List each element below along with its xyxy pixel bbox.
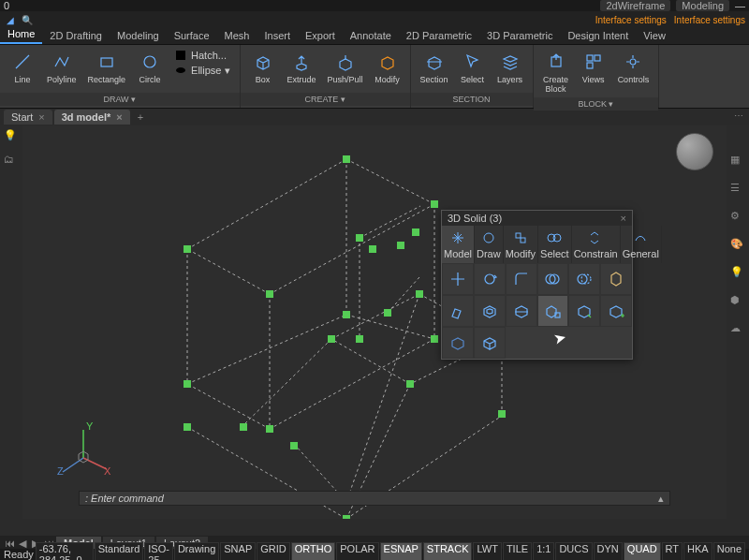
panel-draw-label[interactable]: DRAW ▾ — [0, 93, 240, 106]
status-scale[interactable]: 1:1 — [533, 542, 554, 560]
tool-select[interactable]: Select — [456, 49, 490, 86]
tool-box[interactable]: Box — [246, 49, 280, 86]
layers-icon[interactable]: ☰ — [730, 182, 745, 197]
tool-section[interactable]: Section — [417, 49, 452, 86]
status-lwt[interactable]: LWT — [473, 542, 501, 560]
close-icon[interactable]: × — [116, 111, 122, 123]
status-rt[interactable]: RT — [662, 542, 683, 560]
app-menu-icon[interactable]: ◢ — [4, 13, 17, 26]
quad-tool-convert[interactable] — [442, 327, 474, 359]
tab-home[interactable]: Home — [0, 25, 42, 44]
status-tile[interactable]: TILE — [503, 542, 532, 560]
grid-icon[interactable]: ▦ — [730, 154, 745, 169]
tab-2d-drafting[interactable]: 2D Drafting — [42, 27, 110, 44]
status-polar[interactable]: POLAR — [336, 542, 378, 560]
render-icon[interactable]: ⬢ — [730, 294, 745, 309]
tab-2d-parametric[interactable]: 2D Parametric — [399, 27, 479, 44]
close-icon[interactable]: × — [38, 111, 44, 123]
status-iso[interactable]: ISO-25 — [144, 542, 173, 560]
interface-settings-small[interactable]: Interface settings — [595, 15, 667, 25]
window-minimize-icon[interactable]: — — [735, 0, 745, 11]
status-quad[interactable]: QUAD — [624, 542, 661, 560]
svg-rect-43 — [343, 311, 350, 318]
quad-tool-rotate[interactable] — [474, 263, 506, 295]
tab-mesh[interactable]: Mesh — [217, 27, 257, 44]
cloud-icon[interactable]: ☁ — [730, 322, 745, 337]
tab-3d-parametric[interactable]: 3D Parametric — [479, 27, 560, 44]
new-doc-button[interactable]: + — [132, 110, 149, 125]
viewport[interactable]: Y X Z 3D Solid (3)× Model Draw Modify Se… — [22, 125, 727, 519]
tool-extrude[interactable]: Extrude — [284, 49, 320, 86]
panel-block: Create Block Views Controls BLOCK ▾ — [534, 45, 660, 108]
quad-tool-add[interactable] — [600, 295, 632, 327]
tool-rectangle[interactable]: Rectangle — [84, 49, 130, 86]
tool-hatch[interactable]: Hatch... — [174, 49, 229, 62]
close-icon[interactable]: × — [621, 213, 626, 224]
status-standard[interactable]: Standard — [95, 542, 144, 560]
quad-tab-draw[interactable]: Draw — [475, 226, 504, 263]
tool-circle[interactable]: Circle — [133, 49, 167, 86]
tool-ellipse[interactable]: Ellipse ▾ — [174, 64, 229, 77]
layout-first-icon[interactable]: ⏮ — [4, 538, 15, 549]
status-snap[interactable]: SNAP — [220, 542, 256, 560]
tab-design-intent[interactable]: Design Intent — [560, 27, 636, 44]
layout-prev-icon[interactable]: ◀ — [17, 538, 28, 550]
status-ortho[interactable]: ORTHO — [291, 542, 336, 560]
status-none[interactable]: None — [713, 542, 745, 560]
doc-tab-model[interactable]: 3d model*× — [54, 110, 130, 125]
quad-tool-union[interactable] — [537, 263, 569, 295]
light-icon[interactable]: 💡 — [730, 266, 745, 281]
status-dyn[interactable]: DYN — [594, 542, 623, 560]
quad-tab-constrain[interactable]: Constrain — [572, 226, 621, 263]
quad-tool-move[interactable] — [442, 263, 474, 295]
status-strack[interactable]: STRACK — [423, 542, 473, 560]
workspace-pill[interactable]: Modeling — [676, 0, 729, 11]
tool-views[interactable]: Views — [577, 49, 610, 86]
quad-tab-modify[interactable]: Modify — [504, 226, 538, 263]
expand-cmdline-icon[interactable]: ▴ — [658, 493, 664, 505]
svg-rect-54 — [356, 234, 363, 242]
structure-icon[interactable]: 🗂 — [4, 154, 19, 169]
tab-view[interactable]: View — [636, 27, 673, 44]
quad-tool-separate[interactable] — [537, 295, 569, 327]
quad-tool-subtract[interactable] — [568, 263, 600, 295]
status-drawing[interactable]: Drawing — [174, 542, 219, 560]
tool-layers[interactable]: Layers — [493, 49, 527, 86]
tool-modify[interactable]: Modify — [371, 49, 404, 86]
viewport-menu-icon[interactable]: ⋯ — [734, 111, 743, 121]
tab-surface[interactable]: Surface — [167, 27, 217, 44]
status-ducs[interactable]: DUCS — [555, 542, 592, 560]
status-grid[interactable]: GRID — [257, 542, 290, 560]
tab-insert[interactable]: Insert — [257, 27, 298, 44]
quad-tool-check[interactable] — [568, 295, 600, 327]
quad-tab-select[interactable]: Select — [538, 226, 572, 263]
tool-create-block[interactable]: Create Block — [539, 49, 573, 96]
quad-tool-shell[interactable] — [474, 295, 506, 327]
search-icon[interactable]: 🔍 — [21, 13, 34, 26]
tab-export[interactable]: Export — [298, 27, 343, 44]
status-hka[interactable]: HKA — [683, 542, 712, 560]
tools-icon[interactable]: ⚙ — [730, 210, 745, 225]
tool-line[interactable]: Line — [6, 49, 39, 86]
materials-icon[interactable]: 🎨 — [730, 238, 745, 253]
panel-create-label[interactable]: CREATE ▾ — [241, 93, 410, 106]
interface-settings-label[interactable]: Interface settings — [674, 15, 745, 25]
quad-tab-general[interactable]: General — [621, 226, 662, 263]
tool-pushpull[interactable]: Push/Pull — [324, 49, 367, 86]
tool-polyline[interactable]: Polyline — [43, 49, 81, 86]
quad-tab-model[interactable]: Model — [442, 226, 475, 263]
quad-tool-mesh[interactable] — [474, 327, 506, 359]
quad-tool-fillet[interactable] — [506, 263, 537, 295]
panel-block-label[interactable]: BLOCK ▾ — [534, 97, 659, 111]
visual-style-pill[interactable]: 2dWireframe — [600, 0, 670, 11]
quad-tool-edit[interactable] — [442, 295, 474, 327]
quad-tool-slice[interactable] — [506, 295, 537, 327]
command-line[interactable]: : Enter command ▴ — [79, 491, 670, 506]
doc-tab-start[interactable]: Start× — [4, 110, 52, 125]
quad-tool-intersect[interactable] — [600, 263, 632, 295]
tab-modeling[interactable]: Modeling — [110, 27, 167, 44]
tab-annotate[interactable]: Annotate — [343, 27, 399, 44]
status-esnap[interactable]: ESNAP — [380, 542, 422, 560]
tool-controls[interactable]: Controls — [614, 49, 654, 86]
lightbulb-icon[interactable]: 💡 — [4, 129, 19, 144]
